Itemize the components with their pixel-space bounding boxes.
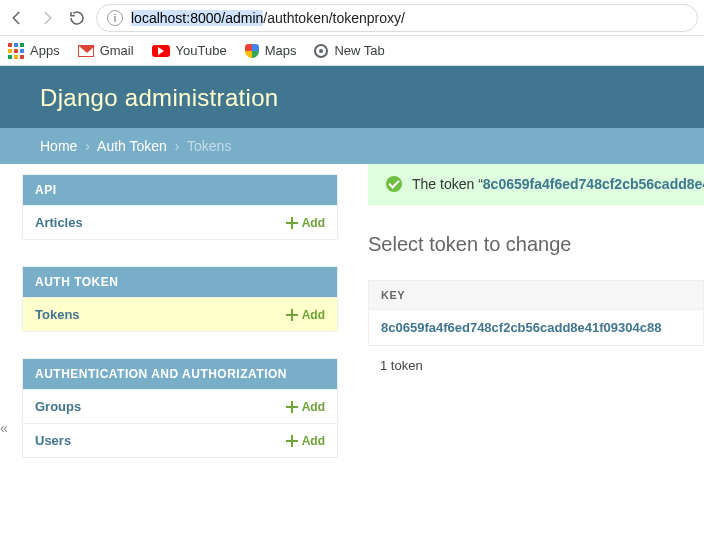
bookmarks-bar: Apps Gmail YouTube Maps New Tab	[0, 36, 704, 66]
bookmark-label: New Tab	[334, 43, 384, 58]
breadcrumb-home[interactable]: Home	[40, 138, 77, 154]
add-link[interactable]: Add	[286, 216, 325, 230]
message-text: The token “8c0659fa4f6ed748cf2cb56cadd8e…	[412, 176, 704, 192]
globe-icon	[314, 44, 328, 58]
breadcrumb-sep: ›	[85, 138, 90, 154]
app-caption: AUTH TOKEN	[23, 267, 337, 297]
app-caption: API	[23, 175, 337, 205]
breadcrumb-current: Tokens	[187, 138, 231, 154]
add-label: Add	[302, 216, 325, 230]
results-table: KEY 8c0659fa4f6ed748cf2cb56cadd8e41f0930…	[368, 280, 704, 346]
bookmark-apps[interactable]: Apps	[8, 43, 60, 59]
maps-icon	[245, 44, 259, 58]
model-name: Articles	[35, 215, 83, 230]
paginator: 1 token	[368, 346, 704, 379]
model-name: Users	[35, 433, 71, 448]
add-label: Add	[302, 308, 325, 322]
app-module-api: API Articles Add	[22, 174, 338, 240]
site-title: Django administration	[40, 84, 664, 112]
bookmark-label: Gmail	[100, 43, 134, 58]
add-label: Add	[302, 434, 325, 448]
reload-button[interactable]	[66, 7, 88, 29]
add-link[interactable]: Add	[286, 434, 325, 448]
page-title: Select token to change	[368, 233, 704, 256]
bookmark-label: YouTube	[176, 43, 227, 58]
browser-toolbar: i localhost:8000/admin/authtoken/tokenpr…	[0, 0, 704, 36]
django-header: Django administration	[0, 66, 704, 128]
add-link[interactable]: Add	[286, 400, 325, 414]
add-link[interactable]: Add	[286, 308, 325, 322]
plus-icon	[286, 217, 298, 229]
app-module-authtoken: AUTH TOKEN Tokens Add	[22, 266, 338, 332]
sidebar-collapse-handle[interactable]: «	[0, 420, 8, 436]
table-header-key[interactable]: KEY	[369, 281, 703, 309]
breadcrumb: Home › Auth Token › Tokens	[0, 128, 704, 164]
bookmark-gmail[interactable]: Gmail	[78, 43, 134, 58]
app-module-auth: AUTHENTICATION AND AUTHORIZATION Groups …	[22, 358, 338, 458]
sidebar: API Articles Add AUTH TOKEN Tokens Add A…	[0, 164, 338, 484]
bookmark-label: Maps	[265, 43, 297, 58]
bookmark-youtube[interactable]: YouTube	[152, 43, 227, 58]
content-area: Select token to change KEY 8c0659fa4f6ed…	[338, 205, 704, 379]
apps-icon	[8, 43, 24, 59]
success-message: The token “8c0659fa4f6ed748cf2cb56cadd8e…	[368, 164, 704, 205]
youtube-icon	[152, 45, 170, 57]
app-caption: AUTHENTICATION AND AUTHORIZATION	[23, 359, 337, 389]
model-row-groups[interactable]: Groups Add	[23, 389, 337, 423]
bookmark-newtab[interactable]: New Tab	[314, 43, 384, 58]
back-button[interactable]	[6, 7, 28, 29]
bookmark-label: Apps	[30, 43, 60, 58]
model-row-users[interactable]: Users Add	[23, 423, 337, 457]
plus-icon	[286, 309, 298, 321]
breadcrumb-app[interactable]: Auth Token	[97, 138, 167, 154]
check-icon	[386, 176, 402, 192]
url-text: localhost:8000/admin/authtoken/tokenprox…	[131, 10, 405, 26]
gmail-icon	[78, 45, 94, 57]
model-name: Groups	[35, 399, 81, 414]
breadcrumb-sep: ›	[175, 138, 180, 154]
address-bar[interactable]: i localhost:8000/admin/authtoken/tokenpr…	[96, 4, 698, 32]
plus-icon	[286, 435, 298, 447]
forward-button[interactable]	[36, 7, 58, 29]
main-content: The token “8c0659fa4f6ed748cf2cb56cadd8e…	[338, 164, 704, 484]
token-key: 8c0659fa4f6ed748cf2cb56cadd8e41f09304c88	[381, 320, 661, 335]
model-row-articles[interactable]: Articles Add	[23, 205, 337, 239]
bookmark-maps[interactable]: Maps	[245, 43, 297, 58]
site-info-icon[interactable]: i	[107, 10, 123, 26]
add-label: Add	[302, 400, 325, 414]
plus-icon	[286, 401, 298, 413]
model-row-tokens[interactable]: Tokens Add	[23, 297, 337, 331]
table-row[interactable]: 8c0659fa4f6ed748cf2cb56cadd8e41f09304c88	[369, 309, 703, 345]
model-name: Tokens	[35, 307, 80, 322]
